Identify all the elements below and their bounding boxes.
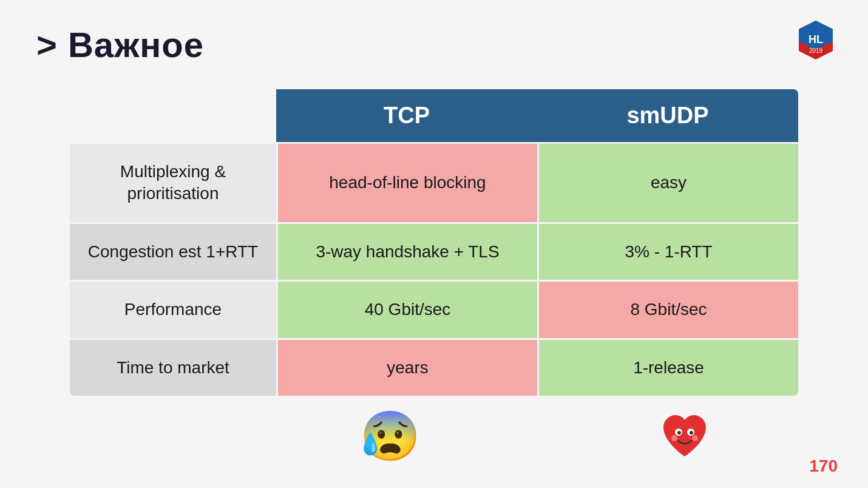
tcp-emoji: 😰 (243, 408, 537, 465)
row-label-multiplexing: Multiplexing &prioritisation (70, 144, 276, 222)
table-row: Congestion est 1+RTT 3-way handshake + T… (70, 222, 798, 280)
smudp-header: smUDP (537, 89, 798, 142)
tcp-header: TCP (276, 89, 537, 142)
smudp-emoji (537, 408, 832, 465)
table-row: Multiplexing &prioritisation head-of-lin… (70, 142, 798, 222)
svg-point-8 (671, 435, 677, 441)
row-label-performance: Performance (70, 282, 276, 337)
tcp-time-cell: years (276, 340, 537, 396)
row-label-congestion: Congestion est 1+RTT (70, 224, 276, 280)
page-number: 170 (809, 456, 838, 476)
svg-text:HL: HL (809, 33, 823, 46)
table-row: Time to market years 1-release (70, 338, 798, 396)
row-label-time-to-market: Time to market (70, 340, 276, 396)
page-title: > Важное (36, 24, 832, 65)
svg-text:2019: 2019 (809, 47, 823, 54)
tcp-multiplexing-cell: head-of-line blocking (276, 144, 537, 222)
comparison-table: TCP smUDP Multiplexing &prioritisation h… (70, 89, 798, 396)
smudp-performance-cell: 8 Gbit/sec (537, 282, 798, 337)
emoji-row: 😰 (36, 408, 832, 465)
table-header-row: TCP smUDP (70, 89, 798, 142)
header-empty-cell (70, 89, 276, 142)
svg-point-6 (677, 431, 681, 435)
smudp-multiplexing-cell: easy (537, 144, 798, 222)
smudp-time-cell: 1-release (537, 340, 798, 396)
svg-point-9 (692, 435, 698, 441)
tcp-performance-cell: 40 Gbit/sec (276, 282, 537, 337)
logo: HL 2019 (794, 18, 838, 62)
smudp-congestion-cell: 3% - 1-RTT (537, 224, 798, 280)
slide: HL 2019 > Важное TCP smUDP Multiplexing … (0, 0, 868, 488)
tcp-congestion-cell: 3-way handshake + TLS (276, 224, 537, 280)
svg-point-7 (690, 431, 693, 435)
table-row: Performance 40 Gbit/sec 8 Gbit/sec (70, 280, 798, 337)
